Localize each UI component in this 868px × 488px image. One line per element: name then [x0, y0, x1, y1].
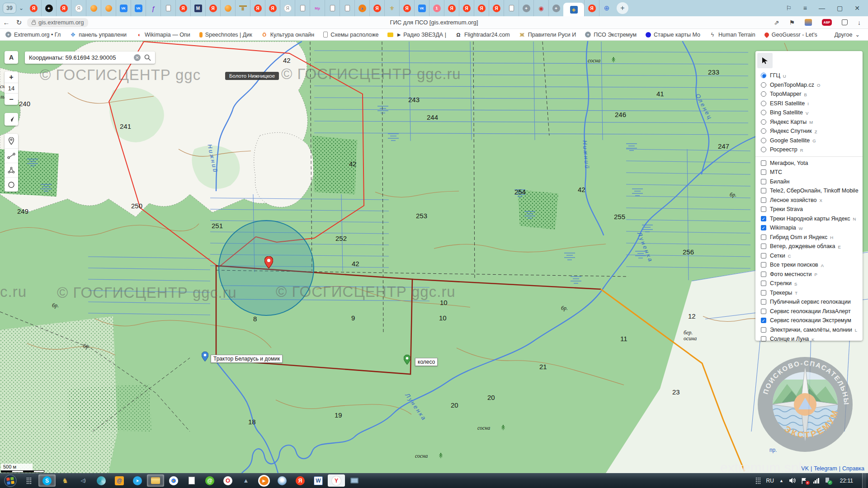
- taskbar-app-tg[interactable]: ➤: [129, 474, 146, 487]
- overlay-8[interactable]: Гибрид Osm и ЯндексH: [755, 233, 863, 242]
- pinned-tab-vk-6[interactable]: VK: [116, 0, 131, 16]
- pinned-tab-ya-12[interactable]: Я: [205, 0, 220, 16]
- checkbox-unchecked-icon[interactable]: [761, 281, 766, 286]
- overlay-19[interactable]: Солнце и ЛунаK: [755, 334, 863, 344]
- bookmark-item-9[interactable]: ✦ПСО Экстремум: [585, 32, 637, 38]
- taskbar-app-grid[interactable]: [20, 474, 38, 487]
- checkbox-unchecked-icon[interactable]: [761, 206, 766, 212]
- pinned-tab-yaw-3[interactable]: Я: [71, 0, 86, 16]
- circle-tool[interactable]: [5, 177, 18, 192]
- taskbar-app-vol[interactable]: ◁): [75, 474, 92, 487]
- downloads-icon[interactable]: ↓: [858, 19, 861, 26]
- pinned-tab-ya-28[interactable]: Я: [444, 0, 459, 16]
- pinned-tab-ya-31[interactable]: Я: [489, 0, 504, 16]
- reload-button[interactable]: ↻: [13, 19, 25, 27]
- bookmark-item-8[interactable]: ЖПравители Руси И: [519, 32, 576, 38]
- checkbox-unchecked-icon[interactable]: [761, 160, 766, 166]
- pinned-tab-ya-10[interactable]: Я: [175, 0, 190, 16]
- bookmark-item-11[interactable]: ϟHuman Terrain: [709, 32, 755, 38]
- overlay-13[interactable]: СтрелкиS: [755, 279, 863, 288]
- radio-unchecked-icon[interactable]: [761, 128, 766, 134]
- taskbar-app-mail[interactable]: @: [111, 474, 128, 487]
- overlay-3[interactable]: Tele2, СберОнлайн, Tinkoff Mobile: [755, 186, 863, 196]
- pinned-tab-mchs-22[interactable]: ▲: [354, 0, 369, 16]
- taskbar-app-chrome[interactable]: [165, 474, 182, 487]
- taskbar-app-ybro[interactable]: Y: [328, 474, 345, 487]
- overlay-7[interactable]: ✓WikimapiaW: [755, 223, 863, 233]
- checkbox-unchecked-icon[interactable]: [761, 336, 766, 342]
- taskbar-app-icq[interactable]: @: [201, 474, 218, 487]
- marker-label-tractor[interactable]: Трактор Беларусь и домик: [211, 355, 283, 363]
- overlay-2[interactable]: Билайн: [755, 177, 863, 187]
- overlay-18[interactable]: Электрички, самолёты, молнииL: [755, 325, 863, 335]
- radio-unchecked-icon[interactable]: [761, 91, 766, 97]
- bookmark-item-1[interactable]: ✥панель управлени: [70, 32, 127, 38]
- pinned-tab-mr-19[interactable]: Мр: [310, 0, 325, 16]
- pointer-tool-button[interactable]: [757, 53, 773, 68]
- bookmark-item-5[interactable]: Схемы расположе: [323, 32, 378, 38]
- tab-counter[interactable]: 39: [3, 3, 16, 14]
- radio-unchecked-icon[interactable]: [761, 119, 766, 125]
- bookmark-item-10[interactable]: Старые карты Мо: [646, 32, 700, 38]
- overlay-5[interactable]: Треки Strava: [755, 205, 863, 214]
- bookmark-item-7[interactable]: ΩFlightradar24.com: [455, 32, 510, 38]
- start-button[interactable]: [3, 474, 18, 488]
- taskbar-app-word[interactable]: W: [310, 474, 327, 487]
- base-layer-2[interactable]: TopoMapperB: [755, 89, 863, 99]
- show-desktop-button[interactable]: [862, 473, 866, 488]
- checkbox-unchecked-icon[interactable]: [761, 197, 766, 203]
- overlay-15[interactable]: Публичный сервис геолокации: [755, 297, 863, 307]
- checkbox-unchecked-icon[interactable]: [761, 299, 766, 305]
- map-canvas[interactable]: [0, 41, 868, 473]
- overlay-11[interactable]: Все треки поисковA: [755, 260, 863, 270]
- base-layer-4[interactable]: Bing SatelliteV: [755, 108, 863, 117]
- tab-list-chevron-icon[interactable]: ⌄: [16, 3, 26, 14]
- adblock-plus-icon[interactable]: ABP: [822, 19, 832, 26]
- taskbar-app-opera[interactable]: O: [219, 474, 236, 487]
- radio-unchecked-icon[interactable]: [761, 147, 766, 152]
- pinned-tab-ya-23[interactable]: Я: [369, 0, 384, 16]
- measure-line-tool[interactable]: [5, 148, 18, 163]
- search-input[interactable]: [25, 54, 134, 61]
- checkbox-unchecked-icon[interactable]: [761, 253, 766, 258]
- radio-unchecked-icon[interactable]: [761, 101, 766, 106]
- checkbox-unchecked-icon[interactable]: [761, 188, 766, 193]
- extension-icon[interactable]: [805, 19, 812, 26]
- base-layer-8[interactable]: РосреестрR: [755, 145, 863, 155]
- taskbar-app-swirl[interactable]: [93, 474, 110, 487]
- taskbar-app-wand[interactable]: ♞: [57, 474, 74, 487]
- pinned-tab-pg-20[interactable]: [325, 0, 340, 16]
- taskbar-app-play[interactable]: ▶: [255, 474, 273, 487]
- pinned-tab-m-11[interactable]: M: [190, 0, 205, 16]
- url-pill[interactable]: gis.extremum.org: [27, 18, 88, 27]
- polygon-tool[interactable]: [5, 163, 18, 177]
- overlay-9[interactable]: Ветер, дождевые облакаE: [755, 242, 863, 251]
- bookmark-flag-icon[interactable]: ⚐: [786, 5, 792, 12]
- checkbox-unchecked-icon[interactable]: [761, 235, 766, 240]
- pinned-tab-ya-16[interactable]: Я: [265, 0, 280, 16]
- pinned-tab-cmp-35[interactable]: ✦: [548, 0, 563, 16]
- bookmark-item-3[interactable]: Speechnotes | Дик: [199, 32, 252, 38]
- base-layer-1[interactable]: OpenTopoMap.czO: [755, 80, 863, 90]
- checkbox-unchecked-icon[interactable]: [761, 179, 766, 184]
- pinned-tab-p1-27[interactable]: 1: [429, 0, 444, 16]
- red-marker-pin[interactable]: [264, 256, 273, 268]
- footer-link-telegram[interactable]: Telegram: [814, 465, 837, 472]
- marker-label-wheel[interactable]: колесо: [415, 358, 438, 366]
- clock[interactable]: 22:11: [840, 478, 853, 484]
- checkbox-unchecked-icon[interactable]: [761, 327, 766, 333]
- pinned-tab-pg-21[interactable]: [340, 0, 354, 16]
- clear-search-icon[interactable]: ✕: [134, 54, 141, 61]
- taskbar-app-ya[interactable]: Я: [292, 474, 309, 487]
- overlay-17[interactable]: ✓Сервис геолокации Экстремум: [755, 316, 863, 325]
- taskbar-app-mon[interactable]: [346, 474, 363, 487]
- close-button[interactable]: ✕: [854, 5, 860, 12]
- overlay-4[interactable]: Лесное хозяйствоX: [755, 196, 863, 205]
- volume-icon[interactable]: [789, 478, 796, 483]
- checkbox-checked-icon[interactable]: ✓: [761, 225, 766, 230]
- pinned-tab-vk-26[interactable]: VK: [414, 0, 429, 16]
- checkbox-unchecked-icon[interactable]: [761, 169, 766, 175]
- pinned-tab-blk-1[interactable]: ✦: [41, 0, 56, 16]
- overlay-0[interactable]: Мегафон, Yota: [755, 159, 863, 168]
- pinned-tab-ya-30[interactable]: Я: [474, 0, 489, 16]
